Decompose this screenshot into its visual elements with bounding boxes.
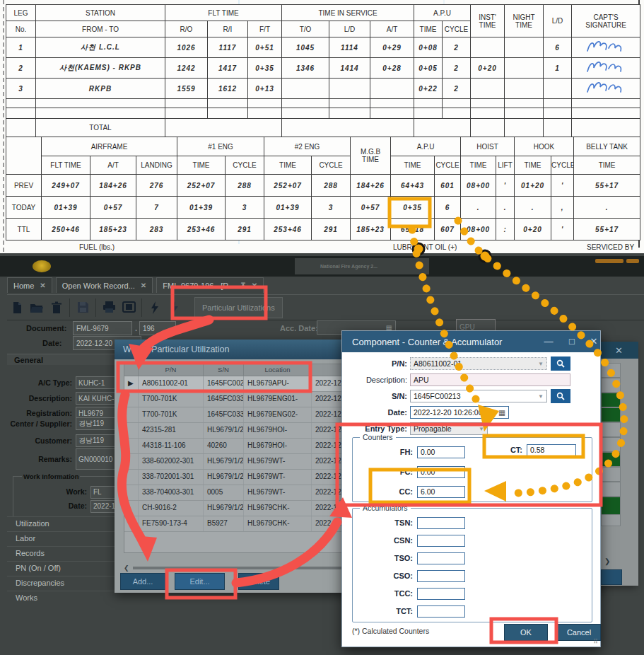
totals-cell: 283 (136, 219, 177, 240)
entry-type-combo[interactable]: Propagable▼ (410, 422, 488, 435)
accumulator-input[interactable] (417, 517, 465, 529)
comp-date-input[interactable]: 2022-12-20 10:26:00▦ (410, 406, 509, 419)
tab-close-icon[interactable]: ✕ (40, 282, 45, 289)
row-cell: HL9679WT- (244, 485, 312, 500)
component-dialog-titlebar[interactable]: Component - Counter & Accumulator (342, 331, 600, 352)
maximize-icon[interactable]: □ (566, 336, 578, 347)
calendar-icon[interactable]: ▦ (498, 408, 505, 417)
tab-close-icon[interactable]: ✕ (141, 282, 146, 289)
document-suffix-input[interactable]: 196 (139, 321, 176, 335)
tab-close-icon[interactable]: ✕ (252, 282, 257, 289)
partial-button[interactable] (601, 569, 622, 585)
description-input[interactable]: APU (410, 373, 570, 386)
accumulator-input[interactable] (417, 535, 465, 547)
col-night-time: NIGHTTIME (505, 5, 544, 37)
tab-home[interactable]: Home✕ (7, 277, 52, 293)
scroll-left-arrow-icon[interactable]: ❮ (124, 564, 129, 572)
edit-button[interactable]: Edit... (175, 573, 225, 590)
counters-title: Counters (360, 433, 396, 441)
resize-grip[interactable]: ⠿ (593, 638, 598, 645)
row-indicator (124, 516, 139, 531)
column-header-indicator[interactable] (124, 364, 139, 376)
open-folder-button[interactable] (27, 298, 47, 318)
sidebar-item-records[interactable]: Records (7, 546, 115, 560)
sidebar-item-pn-on-off-[interactable]: PN (On / Off) (7, 561, 115, 575)
sn-label: S/N: (342, 392, 410, 400)
calculated-counters-note: (*) Calculated Counters (352, 627, 429, 635)
document-number-input[interactable]: FML-9679 (73, 321, 132, 335)
row-cell: 40260 (204, 439, 244, 453)
tab-open-work-record-[interactable]: Open Work Record...✕ (56, 277, 153, 293)
row-cell: CH-9016-2 (139, 501, 204, 516)
totals-cell: : (496, 219, 515, 240)
totals-cell: 288 (226, 175, 264, 197)
log-cell: 0+22 (414, 79, 443, 99)
col-time-in-service: TIME IN SERVICE (282, 5, 414, 21)
totals-cell: ' (496, 175, 515, 197)
particular-utilizations-button[interactable]: Particular Utilizations (194, 297, 283, 318)
totals-cell: 6 (435, 197, 461, 219)
sidebar-item-works[interactable]: Works (7, 591, 115, 605)
run-lightning-button[interactable] (145, 298, 165, 318)
accumulator-input[interactable] (417, 552, 465, 564)
grid-cell (601, 378, 621, 393)
accumulator-label: TSO: (381, 554, 417, 562)
close-icon[interactable]: ✕ (587, 336, 600, 347)
row-cell: HL9679ENG02- (244, 407, 312, 422)
log-cell: 0+35 (248, 58, 282, 79)
accumulator-input[interactable] (417, 605, 465, 618)
sub-col: FLT TIME (42, 156, 90, 175)
sub-col: TIME (515, 156, 551, 175)
delete-trash-button[interactable] (47, 298, 66, 318)
accumulator-input[interactable] (417, 570, 465, 582)
cc-input[interactable]: 6.00 (417, 486, 465, 498)
col-no: No. (6, 21, 36, 37)
save-button-disabled[interactable] (73, 298, 93, 318)
sn-combo[interactable]: 1645FC00213▼ (410, 390, 547, 402)
totals-cell: , (551, 197, 574, 219)
column-header-Location[interactable]: Location (244, 364, 312, 376)
sidebar-item-labor[interactable]: Labor (7, 531, 115, 545)
pn-search-button[interactable] (551, 357, 570, 371)
totals-cell: 01+39 (264, 197, 312, 219)
column-header-S/N[interactable]: S/N (204, 364, 244, 376)
log-cell: 1026 (165, 37, 208, 58)
row-cell: T700-701K (139, 392, 204, 407)
column-header-P/N[interactable]: P/N (139, 364, 204, 376)
scroll-right-arrow-icon[interactable]: ❯ (604, 557, 610, 565)
totals-cell: 65+18 (391, 219, 435, 240)
row-cell: HL9679CHK- (244, 501, 312, 516)
log-cell (6, 99, 36, 108)
signature-scribble (572, 99, 640, 108)
pn-combo[interactable]: A80611002-01▼ (410, 357, 547, 370)
print-preview-button[interactable] (119, 298, 139, 318)
sidebar-item-utilization[interactable]: Utilization (7, 516, 115, 531)
print-button[interactable] (99, 298, 119, 318)
minimize-icon[interactable]: — (542, 336, 555, 347)
sub-col: TIME (391, 156, 435, 175)
totals-cell: 601 (435, 175, 461, 197)
sidebar-item-discrepancies[interactable]: Discrepancies (7, 576, 115, 590)
ok-button[interactable]: OK (504, 624, 548, 641)
run-lightning-disabled-button[interactable] (165, 298, 185, 318)
scanned-flight-log: LEG STATION FLT TIME TIME IN SERVICE A.P… (0, 0, 644, 253)
add-button[interactable]: Add... (120, 573, 165, 590)
field-label: Center / Supplier: (7, 420, 76, 428)
ct-input[interactable]: 0.58 (527, 444, 576, 456)
delete-button[interactable]: Delete (238, 573, 279, 590)
tab-fml-9679-196-r-[interactable]: FML-9679-196 - [R...⊼✕ (156, 277, 264, 293)
log-cell (329, 108, 370, 119)
log-cell: 0+05 (414, 58, 443, 79)
fc-input[interactable]: 0.00 (417, 466, 465, 478)
sn-search-button[interactable] (551, 389, 570, 403)
accumulator-input[interactable] (417, 588, 465, 600)
pin-icon[interactable]: ⊼ (240, 282, 245, 289)
component-counter-accumulator-dialog: Component - Counter & Accumulator — □ ✕ … (341, 330, 601, 647)
log-cell: 사천(KAEMS) - RKPB (36, 58, 165, 79)
close-icon[interactable]: ✕ (615, 345, 623, 356)
fh-input[interactable]: 0.00 (417, 446, 465, 458)
totals-cell: 184+26 (351, 175, 391, 197)
new-document-button[interactable] (7, 298, 27, 318)
general-section-header[interactable]: General (7, 354, 115, 365)
totals-cell: 55+17 (574, 219, 640, 240)
